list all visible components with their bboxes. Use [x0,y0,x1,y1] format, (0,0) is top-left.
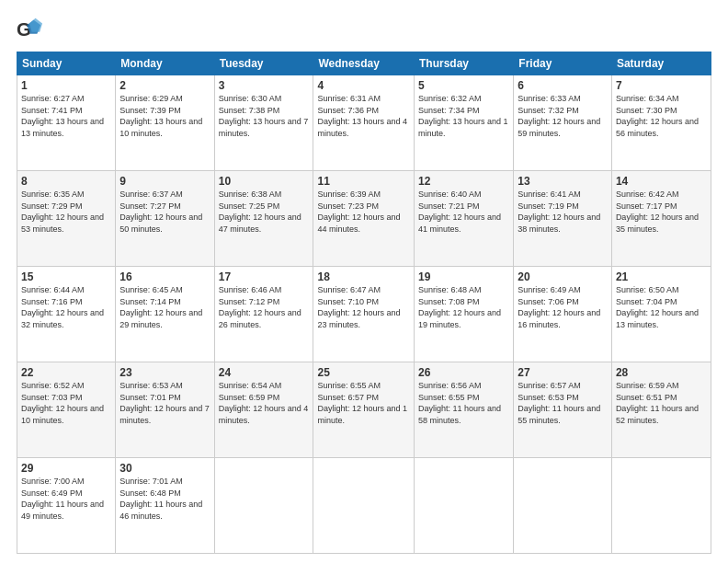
day-number: 7 [616,79,707,92]
day-info: Sunrise: 6:33 AMSunset: 7:32 PMDaylight:… [518,94,600,138]
day-number: 15 [21,270,111,283]
header-friday: Friday [514,52,612,75]
day-number: 30 [119,462,210,475]
day-info: Sunrise: 6:34 AMSunset: 7:30 PMDaylight:… [616,94,699,138]
calendar-cell: 8 Sunrise: 6:35 AMSunset: 7:29 PMDayligh… [17,171,116,267]
calendar-cell: 16 Sunrise: 6:45 AMSunset: 7:14 PMDaylig… [116,267,214,362]
day-info: Sunrise: 6:50 AMSunset: 7:04 PMDaylight:… [616,285,699,329]
day-number: 3 [219,79,310,92]
day-number: 12 [418,175,509,188]
calendar-cell: 30 Sunrise: 7:01 AMSunset: 6:48 PMDaylig… [116,458,214,554]
day-info: Sunrise: 6:31 AMSunset: 7:36 PMDaylight:… [317,94,407,138]
day-info: Sunrise: 6:32 AMSunset: 7:34 PMDaylight:… [418,94,508,138]
calendar-cell: 20 Sunrise: 6:49 AMSunset: 7:06 PMDaylig… [514,267,612,362]
weekday-header-row: Sunday Monday Tuesday Wednesday Thursday… [17,52,711,75]
header-tuesday: Tuesday [214,52,313,75]
header-sunday: Sunday [17,52,116,75]
day-number: 17 [219,270,310,283]
calendar-cell: 19 Sunrise: 6:48 AMSunset: 7:08 PMDaylig… [415,267,514,362]
day-info: Sunrise: 6:52 AMSunset: 7:03 PMDaylight:… [21,381,104,425]
calendar-cell: 3 Sunrise: 6:30 AMSunset: 7:38 PMDayligh… [214,75,313,171]
header-wednesday: Wednesday [313,52,415,75]
calendar-cell: 27 Sunrise: 6:57 AMSunset: 6:53 PMDaylig… [514,362,612,458]
day-info: Sunrise: 6:27 AMSunset: 7:41 PMDaylight:… [21,94,104,138]
calendar-cell: 15 Sunrise: 6:44 AMSunset: 7:16 PMDaylig… [17,267,116,362]
day-info: Sunrise: 6:53 AMSunset: 7:01 PMDaylight:… [119,381,210,425]
day-info: Sunrise: 6:38 AMSunset: 7:25 PMDaylight:… [219,190,301,234]
calendar-week-row: 15 Sunrise: 6:44 AMSunset: 7:16 PMDaylig… [17,267,711,362]
day-number: 21 [616,270,707,283]
header-saturday: Saturday [611,52,711,75]
day-info: Sunrise: 6:42 AMSunset: 7:17 PMDaylight:… [616,190,699,234]
day-number: 9 [119,175,210,188]
day-info: Sunrise: 6:55 AMSunset: 6:57 PMDaylight:… [317,381,407,425]
day-number: 24 [219,366,310,379]
calendar-cell: 7 Sunrise: 6:34 AMSunset: 7:30 PMDayligh… [611,75,711,171]
calendar-cell: 13 Sunrise: 6:41 AMSunset: 7:19 PMDaylig… [514,171,612,267]
calendar-cell: 9 Sunrise: 6:37 AMSunset: 7:27 PMDayligh… [116,171,214,267]
day-number: 23 [119,366,210,379]
logo-icon: G [17,17,42,42]
calendar-cell: 1 Sunrise: 6:27 AMSunset: 7:41 PMDayligh… [17,75,116,171]
day-info: Sunrise: 6:57 AMSunset: 6:53 PMDaylight:… [518,381,600,425]
calendar-cell: 10 Sunrise: 6:38 AMSunset: 7:25 PMDaylig… [214,171,313,267]
day-info: Sunrise: 6:35 AMSunset: 7:29 PMDaylight:… [21,190,104,234]
calendar-cell: 18 Sunrise: 6:47 AMSunset: 7:10 PMDaylig… [313,267,415,362]
day-number: 14 [616,175,707,188]
calendar-cell: 22 Sunrise: 6:52 AMSunset: 7:03 PMDaylig… [17,362,116,458]
calendar-cell: 2 Sunrise: 6:29 AMSunset: 7:39 PMDayligh… [116,75,214,171]
day-info: Sunrise: 6:44 AMSunset: 7:16 PMDaylight:… [21,285,104,329]
day-number: 13 [518,175,608,188]
header-thursday: Thursday [415,52,514,75]
day-info: Sunrise: 6:47 AMSunset: 7:10 PMDaylight:… [317,285,400,329]
day-info: Sunrise: 6:29 AMSunset: 7:39 PMDaylight:… [119,94,202,138]
logo: G [17,17,44,42]
day-number: 19 [418,270,509,283]
day-number: 28 [616,366,707,379]
day-info: Sunrise: 6:46 AMSunset: 7:12 PMDaylight:… [219,285,301,329]
day-info: Sunrise: 6:37 AMSunset: 7:27 PMDaylight:… [119,190,202,234]
day-number: 22 [21,366,111,379]
calendar-table: Sunday Monday Tuesday Wednesday Thursday… [17,52,711,554]
day-number: 8 [21,175,111,188]
day-info: Sunrise: 6:40 AMSunset: 7:21 PMDaylight:… [418,190,501,234]
day-number: 6 [518,79,608,92]
calendar-cell: 14 Sunrise: 6:42 AMSunset: 7:17 PMDaylig… [611,171,711,267]
day-info: Sunrise: 7:00 AMSunset: 6:49 PMDaylight:… [21,477,104,521]
calendar-cell [313,458,415,554]
calendar-week-row: 29 Sunrise: 7:00 AMSunset: 6:49 PMDaylig… [17,458,711,554]
header: G [17,17,711,42]
calendar-cell [611,458,711,554]
day-number: 20 [518,270,608,283]
day-number: 29 [21,462,111,475]
calendar-cell: 23 Sunrise: 6:53 AMSunset: 7:01 PMDaylig… [116,362,214,458]
day-info: Sunrise: 7:01 AMSunset: 6:48 PMDaylight:… [119,477,202,521]
calendar-cell [514,458,612,554]
calendar-cell: 21 Sunrise: 6:50 AMSunset: 7:04 PMDaylig… [611,267,711,362]
calendar-cell: 26 Sunrise: 6:56 AMSunset: 6:55 PMDaylig… [415,362,514,458]
calendar-cell: 29 Sunrise: 7:00 AMSunset: 6:49 PMDaylig… [17,458,116,554]
day-info: Sunrise: 6:54 AMSunset: 6:59 PMDaylight:… [219,381,309,425]
day-number: 10 [219,175,310,188]
day-info: Sunrise: 6:30 AMSunset: 7:38 PMDaylight:… [219,94,309,138]
calendar-cell: 28 Sunrise: 6:59 AMSunset: 6:51 PMDaylig… [611,362,711,458]
day-number: 4 [317,79,410,92]
day-number: 2 [119,79,210,92]
day-number: 26 [418,366,509,379]
calendar-week-row: 1 Sunrise: 6:27 AMSunset: 7:41 PMDayligh… [17,75,711,171]
calendar-cell [214,458,313,554]
calendar-cell: 11 Sunrise: 6:39 AMSunset: 7:23 PMDaylig… [313,171,415,267]
day-info: Sunrise: 6:48 AMSunset: 7:08 PMDaylight:… [418,285,501,329]
calendar-week-row: 8 Sunrise: 6:35 AMSunset: 7:29 PMDayligh… [17,171,711,267]
day-info: Sunrise: 6:45 AMSunset: 7:14 PMDaylight:… [119,285,202,329]
calendar-cell: 12 Sunrise: 6:40 AMSunset: 7:21 PMDaylig… [415,171,514,267]
day-number: 25 [317,366,410,379]
day-info: Sunrise: 6:56 AMSunset: 6:55 PMDaylight:… [418,381,501,425]
day-info: Sunrise: 6:41 AMSunset: 7:19 PMDaylight:… [518,190,600,234]
day-number: 27 [518,366,608,379]
day-info: Sunrise: 6:39 AMSunset: 7:23 PMDaylight:… [317,190,400,234]
day-number: 18 [317,270,410,283]
calendar-cell: 17 Sunrise: 6:46 AMSunset: 7:12 PMDaylig… [214,267,313,362]
day-number: 5 [418,79,509,92]
day-number: 1 [21,79,111,92]
